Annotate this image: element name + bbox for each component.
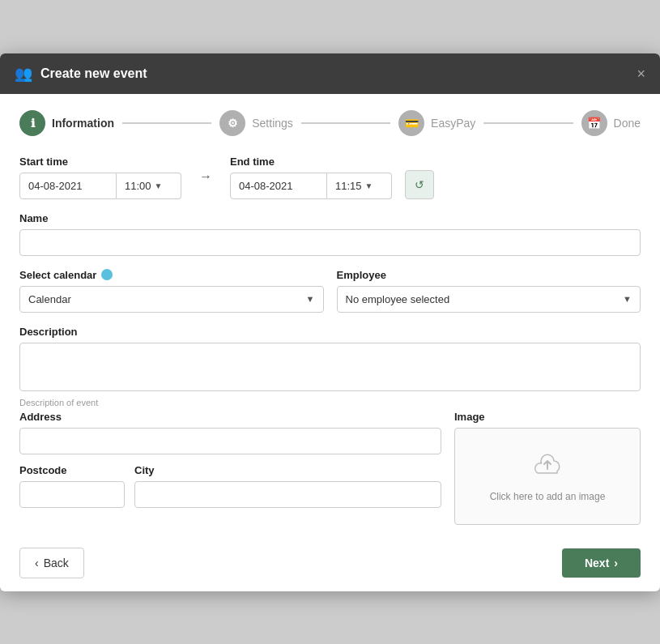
postcode-input[interactable] [19,481,125,508]
header-left: 👥 Create new event [15,65,147,83]
stepper: ℹ Information ⚙ Settings 💳 EasyPay 📅 Don… [19,110,641,136]
modal-title: Create new event [40,66,147,81]
step-circle-done: 📅 [581,110,607,136]
create-event-modal: 👥 Create new event × ℹ Information ⚙ Set… [0,53,660,591]
refresh-icon: ↺ [415,178,424,191]
step-line-3 [483,122,573,124]
description-textarea[interactable] [19,343,641,391]
postcode-city-row: Postcode City [19,464,441,508]
address-group: Address [19,411,441,454]
refresh-button[interactable]: ↺ [405,170,434,199]
description-label: Description [19,326,641,338]
city-input[interactable] [134,481,441,508]
employee-group: Employee No employee selected ▼ [337,269,641,313]
image-label: Image [454,411,641,423]
city-group: City [134,464,441,508]
calendar-chevron-icon: ▼ [306,294,315,304]
next-button[interactable]: Next › [562,548,641,578]
modal-header: 👥 Create new event × [0,53,660,94]
address-label: Address [19,411,441,423]
calendar-select[interactable]: Calendar ▼ [19,286,324,313]
step-line-2 [301,122,390,124]
address-input[interactable] [19,428,441,454]
step-easypay: 💳 EasyPay [398,110,475,136]
end-time-group: End time 11:15 ▼ [230,156,392,199]
step-information: ℹ Information [19,110,114,136]
step-label-done: Done [614,117,641,130]
address-section: Address Postcode City [19,411,441,525]
step-label-settings: Settings [252,117,293,130]
info-dot-icon [101,269,113,280]
description-group: Description Description of event [19,326,641,407]
step-done: 📅 Done [581,110,641,136]
select-calendar-group: Select calendar Calendar ▼ [19,269,324,313]
step-label-easypay: EasyPay [431,117,475,130]
step-settings: ⚙ Settings [219,110,293,136]
users-icon: 👥 [15,65,32,83]
description-hint: Description of event [19,398,641,407]
start-date-input[interactable] [19,173,117,199]
start-time-label: Start time [19,156,181,168]
end-time-dropdown[interactable]: 11:15 ▼ [327,173,392,199]
name-input[interactable] [19,229,641,256]
image-section: Image Click here to add an image [454,411,641,525]
end-time-chevron-icon: ▼ [365,181,373,190]
step-label-information: Information [52,117,114,130]
select-calendar-label: Select calendar [19,269,324,281]
end-time-label: End time [230,156,392,168]
city-label: City [134,464,441,476]
step-circle-settings: ⚙ [219,110,245,136]
image-upload-text: Click here to add an image [490,491,606,502]
image-upload-button[interactable]: Click here to add an image [454,428,641,525]
step-circle-easypay: 💳 [398,110,424,136]
employee-chevron-icon: ▼ [623,294,632,304]
modal-body: ℹ Information ⚙ Settings 💳 EasyPay 📅 Don… [0,94,660,538]
start-time-group: Start time 11:00 ▼ [19,156,181,199]
start-time-dropdown[interactable]: 11:00 ▼ [117,173,181,199]
back-chevron-icon: ‹ [35,557,39,569]
step-circle-information: ℹ [19,110,45,136]
postcode-label: Postcode [19,464,125,476]
next-chevron-icon: › [614,557,618,569]
bottom-section: Address Postcode City Image [19,411,641,525]
step-line-1 [122,122,211,124]
modal-footer: ‹ Back Next › [0,538,660,591]
employee-label: Employee [337,269,641,281]
calendar-employee-row: Select calendar Calendar ▼ Employee No e… [19,269,641,313]
name-group: Name [19,212,641,256]
upload-cloud-icon [531,450,564,484]
back-button[interactable]: ‹ Back [19,548,84,578]
time-arrow-icon: → [194,169,217,184]
end-date-input[interactable] [230,173,327,199]
employee-select[interactable]: No employee selected ▼ [337,286,641,313]
postcode-group: Postcode [19,464,125,508]
time-row: Start time 11:00 ▼ → End time 11:15 ▼ [19,156,641,199]
name-label: Name [19,212,641,224]
close-button[interactable]: × [637,66,645,81]
start-time-chevron-icon: ▼ [155,181,163,190]
